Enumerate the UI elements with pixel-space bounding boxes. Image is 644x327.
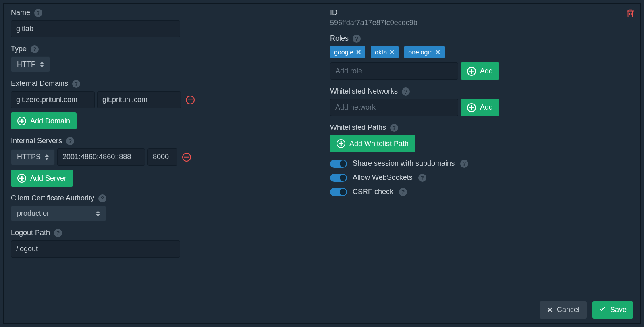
websockets-label: Allow WebSockets bbox=[353, 173, 413, 182]
cca-value: production bbox=[17, 209, 51, 218]
close-icon: ✕ bbox=[547, 306, 553, 315]
wl-paths-label: Whitelisted Paths bbox=[330, 123, 386, 132]
help-icon[interactable]: ? bbox=[399, 188, 407, 196]
name-label: Name bbox=[11, 8, 30, 17]
help-icon[interactable]: ? bbox=[390, 124, 398, 132]
external-domains-label: External Domains bbox=[11, 79, 68, 88]
check-icon bbox=[599, 305, 606, 315]
help-icon[interactable]: ? bbox=[34, 9, 42, 17]
external-domain-input-1[interactable] bbox=[11, 91, 95, 108]
internal-servers-label: Internal Servers bbox=[11, 137, 62, 145]
help-icon[interactable]: ? bbox=[72, 80, 80, 88]
websockets-toggle[interactable] bbox=[330, 174, 347, 182]
help-icon[interactable]: ? bbox=[54, 229, 62, 237]
remove-role-icon[interactable]: ✕ bbox=[389, 48, 395, 56]
server-host-input[interactable] bbox=[57, 148, 145, 166]
add-network-label: Add bbox=[480, 103, 493, 112]
cca-select[interactable]: production bbox=[11, 206, 106, 221]
logout-path-label: Logout Path bbox=[11, 229, 50, 237]
server-protocol-select[interactable]: HTTPS bbox=[11, 149, 55, 165]
sort-icon bbox=[45, 154, 49, 160]
type-select[interactable]: HTTP bbox=[11, 56, 50, 72]
csrf-label: CSRF check bbox=[353, 187, 393, 196]
role-tag: google ✕ bbox=[330, 46, 365, 58]
role-tag-label: google bbox=[334, 49, 353, 56]
sort-icon bbox=[96, 211, 100, 217]
help-icon[interactable]: ? bbox=[66, 137, 74, 145]
cancel-button[interactable]: ✕ Cancel bbox=[540, 301, 587, 319]
cancel-label: Cancel bbox=[557, 306, 580, 314]
plus-icon bbox=[17, 117, 26, 125]
plus-icon bbox=[337, 139, 345, 148]
role-tag: onelogin ✕ bbox=[404, 46, 445, 58]
remove-server-icon[interactable] bbox=[182, 153, 191, 162]
id-value: 596ffdaf7a17e87fc0ecdc9b bbox=[330, 19, 633, 27]
role-tag-label: onelogin bbox=[408, 49, 433, 56]
share-session-label: Share session with subdomains bbox=[353, 159, 455, 168]
help-icon[interactable]: ? bbox=[353, 35, 361, 43]
save-label: Save bbox=[610, 306, 627, 314]
help-icon[interactable]: ? bbox=[31, 45, 39, 53]
remove-role-icon[interactable]: ✕ bbox=[356, 48, 361, 56]
external-domain-input-2[interactable] bbox=[97, 91, 181, 108]
add-whitelist-path-label: Add Whitelist Path bbox=[349, 140, 409, 148]
plus-icon bbox=[467, 103, 476, 112]
server-protocol-value: HTTPS bbox=[17, 153, 41, 161]
role-tag-label: okta bbox=[375, 49, 387, 56]
name-input[interactable] bbox=[11, 20, 180, 37]
wl-networks-label: Whitelisted Networks bbox=[330, 87, 398, 96]
add-domain-button[interactable]: Add Domain bbox=[11, 112, 77, 129]
type-label: Type bbox=[11, 45, 27, 53]
save-button[interactable]: Save bbox=[592, 301, 633, 319]
sort-icon bbox=[40, 62, 44, 67]
help-icon[interactable]: ? bbox=[418, 174, 426, 182]
add-role-label: Add bbox=[480, 67, 493, 75]
logout-path-input[interactable] bbox=[11, 240, 180, 258]
add-network-input[interactable] bbox=[330, 99, 458, 116]
add-server-button[interactable]: Add Server bbox=[11, 170, 73, 187]
cca-label: Client Certificate Authority bbox=[11, 194, 94, 202]
type-select-value: HTTP bbox=[17, 60, 36, 69]
add-network-button[interactable]: Add bbox=[461, 99, 499, 116]
share-session-toggle[interactable] bbox=[330, 160, 347, 168]
id-label: ID bbox=[330, 8, 633, 17]
add-role-input[interactable] bbox=[330, 62, 458, 80]
plus-icon bbox=[17, 174, 26, 183]
add-server-label: Add Server bbox=[30, 174, 66, 183]
help-icon[interactable]: ? bbox=[98, 194, 106, 202]
remove-role-icon[interactable]: ✕ bbox=[435, 48, 440, 56]
server-port-input[interactable] bbox=[147, 148, 177, 166]
add-domain-label: Add Domain bbox=[30, 117, 70, 125]
role-tag: okta ✕ bbox=[371, 46, 399, 58]
delete-icon[interactable] bbox=[626, 8, 635, 20]
roles-label: Roles bbox=[330, 34, 349, 43]
plus-icon bbox=[467, 67, 476, 76]
add-whitelist-path-button[interactable]: Add Whitelist Path bbox=[330, 135, 415, 152]
csrf-toggle[interactable] bbox=[330, 188, 347, 196]
help-icon[interactable]: ? bbox=[402, 87, 410, 96]
help-icon[interactable]: ? bbox=[460, 160, 468, 168]
add-role-button[interactable]: Add bbox=[461, 62, 499, 80]
remove-domain-icon[interactable] bbox=[186, 96, 195, 104]
